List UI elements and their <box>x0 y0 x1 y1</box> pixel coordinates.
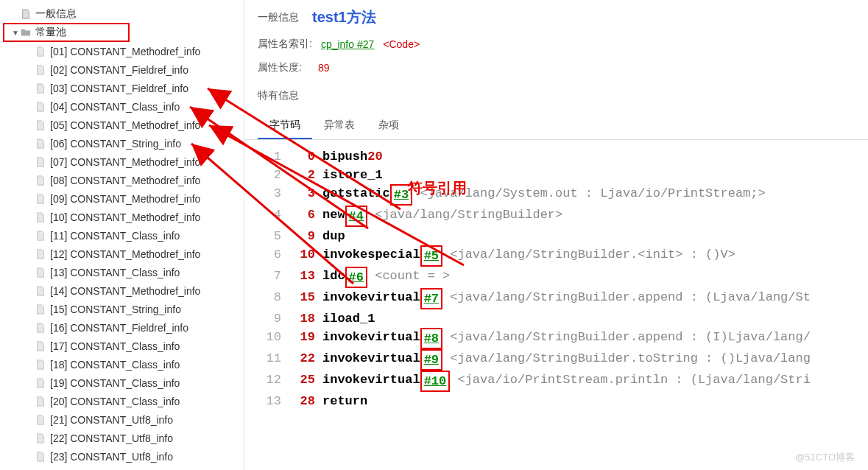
line-number: 12 <box>258 371 281 392</box>
tree-label: [09] CONSTANT_Methodref_info <box>50 193 200 205</box>
tree-item-cp-8[interactable]: [08] CONSTANT_Methodref_info <box>0 171 244 189</box>
caret-down-icon: ▼ <box>12 29 19 37</box>
file-icon <box>35 65 46 75</box>
opcode: invokevirtual <box>322 349 420 371</box>
tree-label-general: 一般信息 <box>35 7 77 21</box>
file-icon <box>35 157 46 167</box>
tree-item-cp-15[interactable]: [15] CONSTANT_String_info <box>0 300 244 318</box>
opcode: invokevirtual <box>322 328 420 349</box>
attr-name-row: 属性名索引: cp_info #27 <Code> <box>244 35 868 58</box>
tree-label: [12] CONSTANT_Methodref_info <box>50 248 200 260</box>
opcode: new <box>322 206 345 227</box>
tree-item-cp-10[interactable]: [10] CONSTANT_Methodref_info <box>0 208 244 226</box>
cp-ref[interactable]: #8 <box>420 328 442 349</box>
tab-bytecode[interactable]: 字节码 <box>258 113 312 139</box>
bytecode-offset: 15 <box>294 288 315 309</box>
tree-item-constant-pool[interactable]: ▼ 常量池 <box>3 23 130 42</box>
attr-len-label: 属性长度: <box>258 61 309 74</box>
file-icon <box>35 452 46 462</box>
line-number: 13 <box>258 392 281 410</box>
tree-item-cp-3[interactable]: [03] CONSTANT_Fieldref_info <box>0 79 244 97</box>
tree-label: [17] CONSTANT_Class_info <box>50 340 180 352</box>
tree-item-cp-19[interactable]: [19] CONSTANT_Class_info <box>0 373 244 392</box>
tree-item-cp-20[interactable]: [20] CONSTANT_Class_info <box>0 392 244 410</box>
tab-misc[interactable]: 杂项 <box>367 113 411 139</box>
header-section-label: 一般信息 <box>258 11 299 24</box>
tree-item-cp-2[interactable]: [02] CONSTANT_Fieldref_info <box>0 60 244 79</box>
file-icon <box>35 138 46 149</box>
tree-label: [14] CONSTANT_Methodref_info <box>50 285 200 297</box>
tree-label: [07] CONSTANT_Methodref_info <box>50 156 200 168</box>
file-icon <box>35 231 46 241</box>
cp-ref[interactable]: #7 <box>420 288 442 309</box>
cp-ref[interactable]: #5 <box>420 245 442 267</box>
tree-item-cp-9[interactable]: [09] CONSTANT_Methodref_info <box>0 189 244 208</box>
tree-item-cp-23[interactable]: [23] CONSTANT_Utf8_info <box>0 447 244 466</box>
tabs: 字节码 异常表 杂项 <box>244 113 868 140</box>
bytecode-offset: 6 <box>294 206 315 227</box>
tree-label-constant-pool: 常量池 <box>35 26 66 39</box>
tree-item-cp-17[interactable]: [17] CONSTANT_Class_info <box>0 337 244 355</box>
bytecode-line: 59dup <box>244 227 868 245</box>
file-icon <box>35 304 46 315</box>
bytecode-comment: <java/io/PrintStream.println : (Ljava/la… <box>450 371 811 392</box>
tree-item-cp-11[interactable]: [11] CONSTANT_Class_info <box>0 226 244 245</box>
tree-item-cp-16[interactable]: [16] CONSTANT_Fieldref_info <box>0 318 244 337</box>
tree-item-cp-7[interactable]: [07] CONSTANT_Methodref_info <box>0 152 244 171</box>
bytecode-offset: 28 <box>294 392 315 410</box>
cp-ref[interactable]: #10 <box>420 371 451 392</box>
line-number: 3 <box>258 184 281 206</box>
attr-len-row: 属性长度: 89 <box>244 58 868 82</box>
bytecode-comment: <java/lang/StringBuilder> <box>367 206 562 227</box>
bytecode-offset: 19 <box>294 328 315 349</box>
tree-item-cp-22[interactable]: [22] CONSTANT_Utf8_info <box>0 429 244 447</box>
bytecode-line: 33getstatic #3 <java/lang/System.out : L… <box>244 184 868 206</box>
operand: 20 <box>367 147 382 166</box>
tree-label: [04] CONSTANT_Class_info <box>50 101 180 113</box>
tab-exception[interactable]: 异常表 <box>312 113 367 139</box>
tree-label: [21] CONSTANT_Utf8_info <box>50 414 173 426</box>
opcode: ldc <box>322 267 345 288</box>
tree-item-cp-1[interactable]: [01] CONSTANT_Methodref_info <box>0 42 244 60</box>
bytecode-line: 1019invokevirtual #8 <java/lang/StringBu… <box>244 328 868 349</box>
opcode: dup <box>322 227 345 245</box>
cp-ref[interactable]: #6 <box>345 267 367 288</box>
tree-item-cp-5[interactable]: [05] CONSTANT_Methodref_info <box>0 116 244 134</box>
bytecode-line: 918iload_1 <box>244 309 868 328</box>
tree-item-cp-13[interactable]: [13] CONSTANT_Class_info <box>0 263 244 281</box>
tree-item-cp-6[interactable]: [06] CONSTANT_String_info <box>0 134 244 152</box>
tree-item-cp-12[interactable]: [12] CONSTANT_Methodref_info <box>0 245 244 263</box>
code-tag: <Code> <box>383 38 420 50</box>
file-icon <box>21 9 31 19</box>
file-icon <box>35 212 46 222</box>
tree-item-cp-18[interactable]: [18] CONSTANT_Class_info <box>0 355 244 373</box>
tree-label: [02] CONSTANT_Fieldref_info <box>50 64 188 76</box>
bytecode-line: 1328return <box>244 392 868 410</box>
cp-ref[interactable]: #9 <box>420 349 442 371</box>
file-icon <box>35 396 46 407</box>
line-number: 2 <box>258 166 281 184</box>
line-number: 4 <box>258 206 281 227</box>
cp-ref[interactable]: #4 <box>345 206 367 227</box>
tree-label: [19] CONSTANT_Class_info <box>50 377 180 389</box>
file-icon <box>35 323 46 333</box>
file-icon <box>35 286 46 296</box>
file-icon <box>35 83 46 94</box>
bytecode-offset: 9 <box>294 227 315 245</box>
tree-item-cp-21[interactable]: [21] CONSTANT_Utf8_info <box>0 410 244 429</box>
watermark: @51CTO博客 <box>795 451 855 464</box>
tree-item-cp-14[interactable]: [14] CONSTANT_Methodref_info <box>0 281 244 300</box>
opcode: return <box>322 392 367 410</box>
bytecode-offset: 10 <box>294 245 315 267</box>
tree-item-general[interactable]: 一般信息 <box>0 4 244 23</box>
cp-info-link[interactable]: cp_info #27 <box>321 38 374 50</box>
sidebar-tree: 一般信息 ▼ 常量池 [01] CONSTANT_Methodref_info[… <box>0 0 244 470</box>
main-panel: 一般信息 test1方法 属性名索引: cp_info #27 <Code> 属… <box>244 0 868 470</box>
bytecode-offset: 25 <box>294 371 315 392</box>
tree-item-cp-4[interactable]: [04] CONSTANT_Class_info <box>0 97 244 116</box>
line-number: 11 <box>258 349 281 371</box>
bytecode-offset: 22 <box>294 349 315 371</box>
line-number: 9 <box>258 309 281 328</box>
tree-label: [08] CONSTANT_Methodref_info <box>50 175 200 186</box>
tree-label: [03] CONSTANT_Fieldref_info <box>50 83 188 94</box>
